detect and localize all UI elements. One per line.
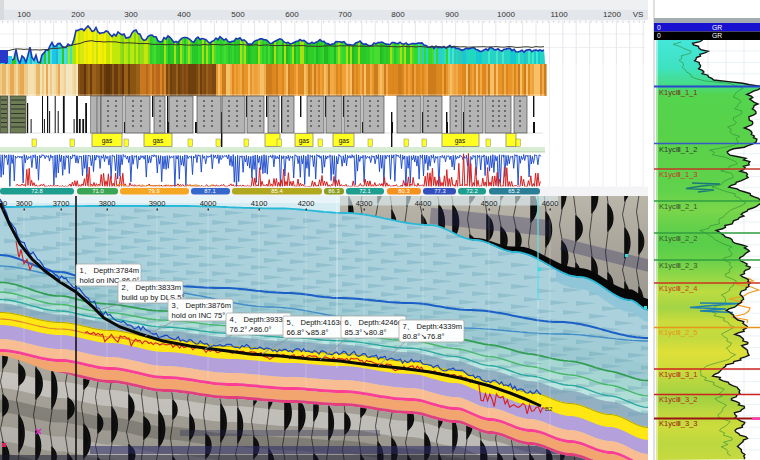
svg-text:71.0: 71.0 bbox=[92, 188, 103, 194]
svg-text:4000: 4000 bbox=[200, 199, 217, 208]
svg-text:K1ycⅢ_1_3: K1ycⅢ_1_3 bbox=[659, 170, 698, 179]
svg-text:76.2°↗86.0°: 76.2°↗86.0° bbox=[230, 325, 272, 334]
svg-text:66.8°↘85.8°: 66.8°↘85.8° bbox=[287, 328, 329, 337]
svg-text:K1ycⅢ_3_1: K1ycⅢ_3_1 bbox=[659, 370, 698, 379]
svg-text:GR: GR bbox=[712, 32, 722, 39]
svg-text:72.2: 72.2 bbox=[466, 188, 477, 194]
svg-text:7、 Depth:4339m: 7、 Depth:4339m bbox=[403, 322, 463, 331]
svg-text:K1ycⅢ_1_2: K1ycⅢ_1_2 bbox=[659, 145, 698, 154]
svg-text:600: 600 bbox=[285, 10, 299, 19]
svg-text:3900: 3900 bbox=[149, 199, 166, 208]
svg-text:0: 0 bbox=[657, 24, 661, 31]
svg-text:6、 Depth:4246m: 6、 Depth:4246m bbox=[345, 318, 405, 327]
svg-text:85.3°↘80.8°: 85.3°↘80.8° bbox=[345, 328, 387, 337]
svg-text:K1ycⅢ_2_2: K1ycⅢ_2_2 bbox=[659, 234, 698, 243]
svg-text:K1ycⅢ_2_5: K1ycⅢ_2_5 bbox=[659, 328, 698, 337]
svg-text:4300: 4300 bbox=[356, 199, 373, 208]
svg-text:gas: gas bbox=[299, 137, 310, 145]
svg-text:85.4: 85.4 bbox=[271, 188, 283, 194]
svg-text:72.8: 72.8 bbox=[31, 188, 42, 194]
svg-text:900: 900 bbox=[445, 10, 459, 19]
svg-text:4600: 4600 bbox=[542, 199, 559, 208]
svg-text:72.1: 72.1 bbox=[359, 188, 370, 194]
svg-text:gas: gas bbox=[153, 137, 164, 145]
svg-text:500: 500 bbox=[231, 10, 245, 19]
svg-text:65.2: 65.2 bbox=[508, 188, 519, 194]
svg-text:4100: 4100 bbox=[251, 199, 268, 208]
svg-text:100: 100 bbox=[17, 10, 31, 19]
svg-text:80.8°↘76.8°: 80.8°↘76.8° bbox=[403, 332, 445, 341]
svg-text:hold on INC 75°: hold on INC 75° bbox=[172, 311, 226, 320]
svg-text:1100: 1100 bbox=[550, 10, 568, 19]
svg-text:1、 Depth:3784m: 1、 Depth:3784m bbox=[80, 266, 140, 275]
svg-text:0: 0 bbox=[657, 32, 661, 39]
svg-text:1000: 1000 bbox=[497, 10, 515, 19]
svg-text:3800: 3800 bbox=[99, 199, 116, 208]
svg-text:300: 300 bbox=[124, 10, 138, 19]
svg-text:3700: 3700 bbox=[53, 199, 70, 208]
svg-text:80.3: 80.3 bbox=[398, 188, 409, 194]
svg-text:gas: gas bbox=[339, 137, 350, 145]
svg-text:77.3: 77.3 bbox=[434, 188, 445, 194]
svg-text:GR: GR bbox=[712, 24, 722, 31]
svg-text:2、 Depth:3833m: 2、 Depth:3833m bbox=[122, 283, 182, 292]
svg-text:79.9: 79.9 bbox=[148, 188, 159, 194]
svg-text:4500: 4500 bbox=[481, 199, 498, 208]
svg-text:200: 200 bbox=[71, 10, 85, 19]
svg-text:VS: VS bbox=[633, 10, 644, 19]
svg-text:3600: 3600 bbox=[16, 199, 33, 208]
svg-text:3、 Depth:3876m: 3、 Depth:3876m bbox=[172, 301, 232, 310]
svg-text:4400: 4400 bbox=[415, 199, 432, 208]
svg-text:K1ycⅢ_1_1: K1ycⅢ_1_1 bbox=[659, 88, 698, 97]
svg-text:K1ycⅢ_2_4: K1ycⅢ_2_4 bbox=[659, 284, 698, 293]
svg-text:K1ycⅢ_2_1: K1ycⅢ_2_1 bbox=[659, 202, 698, 211]
svg-text:87.1: 87.1 bbox=[204, 188, 215, 194]
svg-text:K1ycⅢ_3_2: K1ycⅢ_3_2 bbox=[659, 395, 698, 404]
svg-text:800: 800 bbox=[391, 10, 405, 19]
svg-text:400: 400 bbox=[177, 10, 191, 19]
svg-text:K1ycⅢ_2_3: K1ycⅢ_2_3 bbox=[659, 261, 698, 270]
svg-text:5、 Depth:4163m: 5、 Depth:4163m bbox=[287, 318, 347, 327]
svg-text:gas: gas bbox=[102, 137, 113, 145]
svg-text:gas: gas bbox=[455, 137, 466, 145]
svg-text:4200: 4200 bbox=[298, 199, 315, 208]
svg-text:K1ycⅢ_3_3: K1ycⅢ_3_3 bbox=[659, 419, 698, 428]
svg-text:700: 700 bbox=[338, 10, 352, 19]
svg-text:4、 Depth:3933m: 4、 Depth:3933m bbox=[230, 315, 290, 324]
svg-text:00: 00 bbox=[0, 199, 7, 208]
svg-text:B2: B2 bbox=[545, 406, 553, 412]
svg-text:86.3: 86.3 bbox=[328, 188, 339, 194]
svg-text:1200: 1200 bbox=[603, 10, 621, 19]
